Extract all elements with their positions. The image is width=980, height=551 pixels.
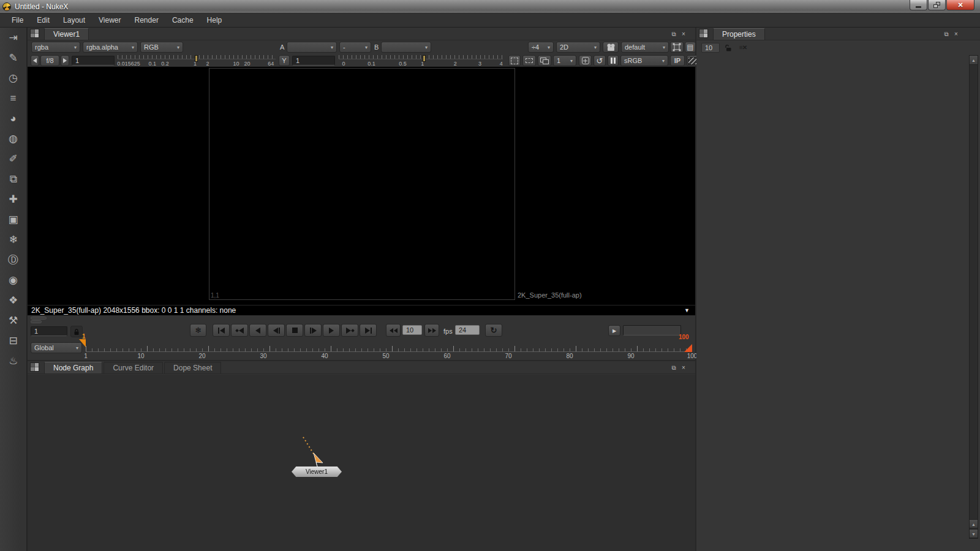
tab-viewer1[interactable]: Viewer1: [44, 28, 89, 40]
toolbar-channel-button[interactable]: ≡: [0, 88, 26, 108]
toolbar-3d-button[interactable]: ▣: [0, 209, 26, 230]
play-backward-button[interactable]: [249, 324, 266, 337]
flipbook-button[interactable]: ❄: [190, 324, 206, 337]
a-buffer-dropdown[interactable]: ▾: [287, 42, 337, 53]
toolbar-toolsets-button[interactable]: ⚒: [0, 310, 26, 331]
mask-overlay-button[interactable]: [670, 42, 684, 53]
input-process-button[interactable]: IP: [670, 55, 685, 66]
tab-dope-sheet[interactable]: Dope Sheet: [164, 362, 221, 373]
toolbar-color-button[interactable]: ◕: [0, 108, 26, 129]
guides-button[interactable]: [579, 55, 592, 66]
display-channel-dropdown[interactable]: RGB ▾: [140, 42, 183, 53]
close-pane-icon[interactable]: ×: [679, 30, 688, 38]
toolbar-transform-button[interactable]: ✚: [0, 189, 26, 209]
ab-blend-dropdown[interactable]: - ▾: [339, 42, 371, 53]
monitor-out-button[interactable]: [538, 55, 551, 66]
jump-forward-button[interactable]: [424, 324, 439, 337]
node-graph-canvas[interactable]: Viewer1: [28, 375, 695, 551]
current-frame-input[interactable]: 1: [31, 326, 67, 336]
fstop-button[interactable]: f/8: [40, 55, 59, 66]
roi-button[interactable]: [508, 55, 521, 66]
menu-layout[interactable]: Layout: [56, 14, 92, 26]
toolbar-draw-button[interactable]: ✎: [0, 48, 26, 68]
close-pane-icon[interactable]: ×: [679, 364, 688, 372]
close-pane-icon[interactable]: ×: [952, 30, 960, 38]
gain-input[interactable]: 1: [72, 56, 115, 66]
tab-properties[interactable]: Properties: [713, 28, 765, 40]
toolbar-deep-button[interactable]: Ⓓ: [0, 250, 26, 270]
float-pane-icon[interactable]: ⧉: [942, 30, 951, 38]
close-all-panels-button[interactable]: ≡✕: [739, 44, 747, 51]
step-forward-button[interactable]: [304, 324, 322, 337]
toolbar-filter-button[interactable]: ◍: [0, 129, 26, 149]
toolbar-image-button[interactable]: ⇥: [0, 28, 26, 48]
unlock-panels-button[interactable]: [725, 44, 733, 52]
gamma-slider[interactable]: 0 0.1 0.5 1 2 3 4: [339, 55, 503, 67]
layer-dropdown[interactable]: rgba ▾: [31, 42, 80, 53]
properties-scrollbar[interactable]: ▲ ▲ ▼: [969, 55, 978, 539]
jump-back-button[interactable]: [386, 324, 401, 337]
menu-file[interactable]: File: [5, 14, 30, 26]
goto-last-frame-button[interactable]: [360, 324, 377, 337]
viewer-lut-dropdown[interactable]: sRGB ▾: [620, 55, 668, 66]
gamma-input[interactable]: 1: [292, 56, 335, 66]
fps-input[interactable]: 24: [455, 325, 480, 335]
close-button[interactable]: ✕: [946, 0, 974, 10]
pane-menu-icon[interactable]: [30, 29, 39, 38]
pane-menu-icon[interactable]: [30, 362, 39, 372]
viewer-canvas[interactable]: 1,1 2K_Super_35(full-ap): [28, 67, 695, 305]
b-buffer-dropdown[interactable]: ▾: [381, 42, 431, 53]
tab-node-graph[interactable]: Node Graph: [44, 362, 102, 373]
toolbar-time-button[interactable]: ◷: [0, 68, 26, 88]
view-camera-dropdown[interactable]: default ▾: [621, 42, 669, 53]
play-forward-button[interactable]: [323, 324, 340, 337]
float-pane-icon[interactable]: ⧉: [669, 364, 678, 372]
toolbar-furnace-button[interactable]: ♨: [0, 351, 26, 371]
frame-range-dropdown[interactable]: Global ▾: [31, 342, 82, 353]
toolbar-views-button[interactable]: ◉: [0, 270, 26, 290]
view-mode-dropdown[interactable]: 2D ▾: [556, 42, 600, 53]
menu-cache[interactable]: Cache: [165, 14, 200, 26]
goto-first-frame-button[interactable]: [213, 324, 230, 337]
gain-slider[interactable]: 0.015625 0.1 0.2 1 2 10 20 64: [118, 55, 276, 67]
stop-button[interactable]: [286, 324, 303, 337]
prev-keyframe-button[interactable]: [231, 324, 248, 337]
minimize-button[interactable]: [910, 0, 927, 10]
splitter-grip[interactable]: [31, 317, 47, 320]
toolbar-other-button[interactable]: ⊟: [0, 331, 26, 351]
toolbar-keyer-button[interactable]: ✐: [0, 149, 26, 169]
menu-edit[interactable]: Edit: [30, 14, 56, 26]
render-flipbook-button[interactable]: ▶: [608, 325, 620, 336]
toolbar-metadata-button[interactable]: ❖: [0, 290, 26, 310]
viewer1-node[interactable]: Viewer1: [292, 467, 342, 477]
gamma-toggle-button[interactable]: Y: [279, 55, 290, 66]
gain-prev-button[interactable]: [31, 55, 39, 66]
splitter-grip[interactable]: [31, 320, 42, 323]
gain-next-button[interactable]: [61, 55, 69, 66]
max-panels-input[interactable]: 10: [701, 43, 720, 53]
scroll-down-button[interactable]: ▼: [970, 529, 978, 538]
status-dropdown-icon[interactable]: ▼: [684, 307, 690, 313]
frame-increment-input[interactable]: 10: [402, 325, 422, 335]
downrez-dropdown[interactable]: ÷4 ▾: [528, 42, 554, 53]
timeline-track[interactable]: [86, 344, 692, 352]
input-process-dropdown[interactable]: 1 ▾: [553, 55, 576, 66]
pane-menu-icon[interactable]: [699, 29, 708, 38]
lock-range-button[interactable]: [70, 326, 83, 337]
playhead-marker[interactable]: [79, 339, 86, 347]
step-back-button[interactable]: [268, 324, 285, 337]
proxy-toggle-button[interactable]: [522, 55, 536, 66]
menu-render[interactable]: Render: [128, 14, 165, 26]
loop-mode-button[interactable]: ↻: [485, 324, 502, 337]
camera-lock-button[interactable]: [603, 42, 619, 53]
tab-curve-editor[interactable]: Curve Editor: [104, 362, 163, 373]
scroll-up-button-2[interactable]: ▲: [970, 519, 978, 528]
pause-button[interactable]: [608, 55, 619, 66]
stack-mode-button[interactable]: ▤: [685, 42, 696, 53]
next-keyframe-button[interactable]: [341, 324, 358, 337]
alpha-layer-dropdown[interactable]: rgba.alpha ▾: [83, 42, 138, 53]
range-end-marker[interactable]: [684, 344, 692, 352]
scroll-up-button[interactable]: ▲: [970, 56, 978, 65]
refresh-button[interactable]: ↺: [594, 55, 606, 66]
toolbar-particles-button[interactable]: ❄: [0, 230, 26, 250]
